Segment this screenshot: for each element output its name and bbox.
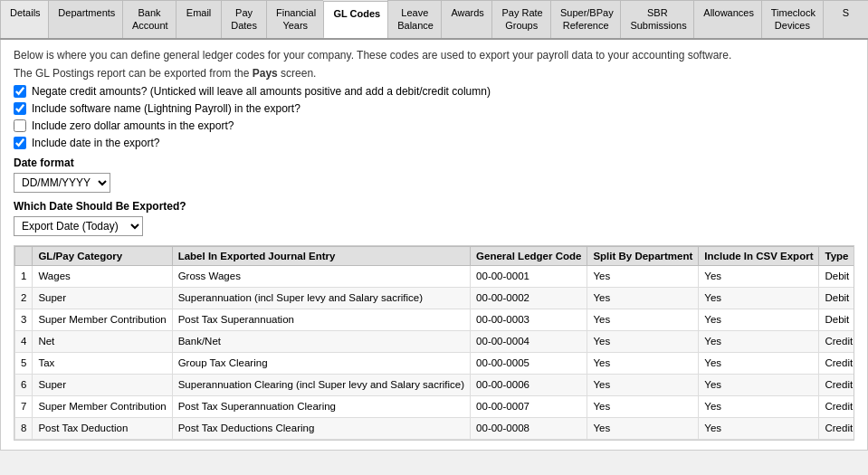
tab-timeclock[interactable]: TimeclockDevices — [761, 0, 823, 38]
include-date-checkbox[interactable] — [14, 137, 26, 149]
col-category: GL/Pay Category — [33, 246, 172, 265]
tabs-bar: Details Departments BankAccount Email Pa… — [0, 0, 868, 40]
col-split: Split By Department — [587, 246, 699, 265]
row-category: Super — [33, 374, 172, 395]
col-type: Type — [819, 246, 854, 265]
row-type: Credit — [819, 417, 854, 439]
tab-allowances[interactable]: Allowances — [693, 0, 760, 38]
row-category: Super — [33, 287, 172, 309]
row-num: 5 — [15, 352, 33, 374]
tab-pay-dates[interactable]: PayDates — [221, 0, 266, 38]
tab-s[interactable]: S — [823, 0, 868, 38]
table-row: 1 Wages Gross Wages 00-00-0001 Yes Yes D… — [15, 265, 855, 287]
row-label: Group Tax Clearing — [172, 352, 470, 374]
row-split: Yes — [587, 330, 699, 352]
main-content: Below is where you can define general le… — [0, 40, 868, 451]
row-type: Debit — [819, 309, 854, 330]
row-type: Credit — [819, 352, 854, 374]
row-num: 8 — [15, 417, 33, 439]
which-date-label: Which Date Should Be Exported? — [14, 200, 854, 213]
row-label: Post Tax Superannuation — [172, 309, 470, 330]
row-include: Yes — [699, 417, 819, 439]
row-num: 7 — [15, 395, 33, 417]
tab-pay-rate-groups[interactable]: Pay RateGroups — [491, 0, 550, 38]
row-category: Tax — [33, 352, 172, 374]
include-date-label: Include date in the export? — [32, 137, 159, 149]
checkbox-row-4: Include date in the export? — [14, 137, 854, 149]
checkbox-row-2: Include software name (Lightning Payroll… — [14, 102, 854, 115]
row-split: Yes — [587, 395, 699, 417]
row-code: 00-00-0004 — [471, 330, 587, 352]
negate-credit-checkbox[interactable] — [14, 85, 26, 98]
row-type: Credit — [819, 395, 854, 417]
row-label: Bank/Net — [172, 330, 470, 352]
row-code: 00-00-0003 — [471, 309, 587, 330]
row-category: Post Tax Deduction — [33, 417, 172, 439]
row-code: 00-00-0002 — [471, 287, 587, 309]
pays-text: The GL Postings report can be exported f… — [14, 67, 854, 80]
row-category: Wages — [33, 265, 172, 287]
pays-intro: The GL Postings report can be exported f… — [14, 67, 249, 80]
row-code: 00-00-0007 — [471, 395, 587, 417]
include-software-label: Include software name (Lightning Payroll… — [32, 102, 300, 115]
pays-link: Pays — [253, 67, 278, 80]
row-include: Yes — [699, 265, 819, 287]
tab-email[interactable]: Email — [176, 0, 221, 38]
table-row: 7 Super Member Contribution Post Tax Sup… — [15, 395, 855, 417]
row-split: Yes — [587, 374, 699, 395]
row-include: Yes — [699, 330, 819, 352]
tab-details[interactable]: Details — [0, 0, 48, 38]
row-category: Super Member Contribution — [33, 309, 172, 330]
export-date-row: Export Date (Today) Pay Period End Date — [14, 216, 854, 236]
row-label: Post Tax Deductions Clearing — [172, 417, 470, 439]
table-row: 6 Super Superannuation Clearing (incl Su… — [15, 374, 855, 395]
tab-awards[interactable]: Awards — [441, 0, 491, 38]
row-num: 4 — [15, 330, 33, 352]
col-include: Include In CSV Export — [699, 246, 819, 265]
row-label: Gross Wages — [172, 265, 470, 287]
table-row: 5 Tax Group Tax Clearing 00-00-0005 Yes … — [15, 352, 855, 374]
row-type: Debit — [819, 265, 854, 287]
row-include: Yes — [699, 287, 819, 309]
row-include: Yes — [699, 352, 819, 374]
description-text: Below is where you can define general le… — [14, 49, 854, 62]
row-code: 00-00-0005 — [471, 352, 587, 374]
col-label: Label In Exported Journal Entry — [172, 246, 470, 265]
row-num: 3 — [15, 309, 33, 330]
row-include: Yes — [699, 309, 819, 330]
export-date-select[interactable]: Export Date (Today) Pay Period End Date — [14, 216, 143, 236]
row-label: Superannuation Clearing (incl Super levy… — [172, 374, 470, 395]
table-row: 4 Net Bank/Net 00-00-0004 Yes Yes Credit… — [15, 330, 855, 352]
tab-financial-years[interactable]: FinancialYears — [266, 0, 323, 38]
tab-leave-balance[interactable]: LeaveBalance — [387, 0, 441, 38]
pays-suffix: screen. — [281, 67, 316, 80]
row-code: 00-00-0006 — [471, 374, 587, 395]
include-zero-checkbox[interactable] — [14, 119, 26, 132]
gl-table-container: GL/Pay Category Label In Exported Journa… — [14, 245, 854, 441]
tab-gl-codes[interactable]: GL Codes — [323, 1, 387, 39]
row-split: Yes — [587, 265, 699, 287]
table-row: 8 Post Tax Deduction Post Tax Deductions… — [15, 417, 855, 439]
date-format-row: DD/MM/YYYY MM/DD/YYYY YYYY/MM/DD — [14, 173, 854, 193]
row-num: 6 — [15, 374, 33, 395]
row-include: Yes — [699, 395, 819, 417]
tab-super-bpay[interactable]: Super/BPayReference — [550, 0, 620, 38]
include-software-checkbox[interactable] — [14, 102, 26, 115]
tab-sbr[interactable]: SBRSubmissions — [620, 0, 693, 38]
checkbox-row-3: Include zero dollar amounts in the expor… — [14, 119, 854, 132]
tab-bank-account[interactable]: BankAccount — [122, 0, 176, 38]
row-include: Yes — [699, 374, 819, 395]
tab-departments[interactable]: Departments — [48, 0, 122, 38]
row-type: Credit — [819, 374, 854, 395]
date-format-select[interactable]: DD/MM/YYYY MM/DD/YYYY YYYY/MM/DD — [14, 173, 110, 193]
col-num — [15, 246, 33, 265]
row-code: 00-00-0001 — [471, 265, 587, 287]
row-num: 2 — [15, 287, 33, 309]
row-split: Yes — [587, 417, 699, 439]
col-code: General Ledger Code — [471, 246, 587, 265]
row-type: Credit — [819, 330, 854, 352]
row-split: Yes — [587, 352, 699, 374]
include-zero-label: Include zero dollar amounts in the expor… — [32, 119, 234, 132]
row-split: Yes — [587, 287, 699, 309]
row-code: 00-00-0008 — [471, 417, 587, 439]
